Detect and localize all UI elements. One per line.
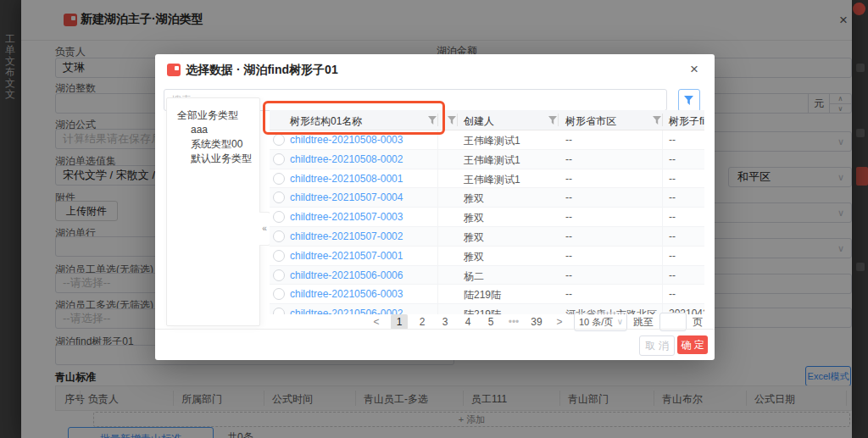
cell-name[interactable]: childtree-20210507-0003 <box>290 211 403 223</box>
funnel-icon <box>684 96 693 105</box>
cell-find: -- <box>669 288 676 300</box>
table-row: childtree-20210508-0001王伟峰测试1---- <box>270 169 704 189</box>
cell-find: -- <box>669 191 676 203</box>
cell-creator: 杨二 <box>464 269 484 284</box>
cell-name[interactable]: childtree-20210508-0003 <box>290 134 403 146</box>
chevron-down-icon: ∨ <box>617 313 623 330</box>
business-type-item[interactable]: 默认业务类型 <box>167 152 259 166</box>
column-header-region[interactable]: 树形省市区 <box>565 114 616 129</box>
cell-creator: 雅双 <box>464 250 484 264</box>
row-radio[interactable] <box>273 269 285 281</box>
cell-find: -- <box>669 269 676 281</box>
business-type-item[interactable]: aaa <box>167 123 259 137</box>
page-number-button[interactable]: 3 <box>437 314 453 330</box>
cell-find: -- <box>669 134 676 146</box>
column-header-name[interactable]: 树形结构01名称 <box>290 114 362 129</box>
prev-page-button[interactable]: < <box>368 314 385 330</box>
cell-region: -- <box>565 288 572 300</box>
funnel-icon[interactable] <box>653 116 661 125</box>
table-row: childtree-20210507-0004雅双---- <box>270 188 704 208</box>
row-radio[interactable] <box>273 191 285 203</box>
funnel-icon[interactable] <box>448 116 456 125</box>
cell-creator: 雅双 <box>464 230 484 245</box>
record-doc-icon <box>167 64 181 76</box>
filter-funnel-button[interactable] <box>678 89 700 112</box>
cell-region: -- <box>565 269 572 281</box>
cancel-button[interactable]: 取 消 <box>639 335 675 356</box>
table-row: childtree-20210507-0002雅双---- <box>270 227 704 247</box>
cell-creator: 王伟峰测试1 <box>464 153 520 168</box>
business-type-item[interactable]: 系统类型00 <box>167 137 259 152</box>
next-page-button[interactable]: > <box>551 314 568 330</box>
page-number-button[interactable]: 5 <box>482 314 499 330</box>
cell-name[interactable]: childtree-20210508-0001 <box>290 173 403 185</box>
page-ellipsis: ••• <box>505 314 522 330</box>
select-data-modal: 选择数据 · 湖泊find树形子01 × 全部业务类型aaa系统类型00默认业务… <box>155 54 715 360</box>
page-number-button[interactable]: 1 <box>391 314 408 330</box>
row-radio[interactable] <box>273 153 285 165</box>
cell-creator: 雅双 <box>464 191 484 206</box>
page-number-button[interactable]: 39 <box>528 314 545 330</box>
cell-find: -- <box>669 211 676 223</box>
funnel-icon[interactable] <box>548 116 557 125</box>
column-header-creator[interactable]: 创建人 <box>464 114 494 129</box>
table-row: childtree-20210508-0002王伟峰测试1---- <box>270 150 704 169</box>
funnel-icon[interactable] <box>428 116 437 125</box>
cell-name[interactable]: childtree-20210507-0001 <box>290 250 403 262</box>
confirm-button[interactable]: 确 定 <box>677 335 708 354</box>
cell-find: -- <box>669 250 676 262</box>
jump-suffix: 页 <box>693 315 703 330</box>
cell-region: -- <box>565 230 572 242</box>
cell-find: -- <box>669 230 676 242</box>
cell-name[interactable]: childtree-20210507-0002 <box>290 230 403 242</box>
modal-close-icon[interactable]: × <box>690 62 698 76</box>
table-row: childtree-20210506-0006杨二---- <box>270 266 704 286</box>
screen: 工单文布文文 新建湖泊主子·湖泊类型 × 负责人 艾琳 湖泊整数 湖泊公式 计算… <box>0 0 868 438</box>
cell-creator: 雅双 <box>464 211 484 225</box>
business-type-item[interactable]: 全部业务类型 <box>167 108 259 123</box>
row-radio[interactable] <box>273 134 285 146</box>
cell-region: -- <box>565 134 572 146</box>
cell-name[interactable]: childtree-20210506-0003 <box>290 288 403 300</box>
cell-name[interactable]: childtree-20210508-0002 <box>290 153 403 165</box>
page-number-button[interactable]: 2 <box>414 314 431 330</box>
row-radio[interactable] <box>273 173 285 185</box>
column-header-find[interactable]: 树形子find大 <box>669 114 704 129</box>
cell-find: -- <box>669 153 676 165</box>
cell-region: -- <box>565 173 572 185</box>
cell-creator: 王伟峰测试1 <box>464 134 520 148</box>
cell-region: -- <box>565 153 572 165</box>
row-radio[interactable] <box>273 288 285 300</box>
cell-find: -- <box>669 173 676 185</box>
cell-region: -- <box>565 191 572 203</box>
table-row: childtree-20210508-0003王伟峰测试1---- <box>270 130 704 150</box>
row-radio[interactable] <box>273 250 285 262</box>
cell-name[interactable]: childtree-20210506-0006 <box>290 269 403 281</box>
cell-region: -- <box>565 211 572 223</box>
cell-region: -- <box>565 250 572 262</box>
modal-title: 选择数据 · 湖泊find树形子01 <box>186 63 338 78</box>
business-type-panel: 全部业务类型aaa系统类型00默认业务类型 <box>166 97 260 326</box>
jump-label: 跳至 <box>633 315 654 330</box>
row-radio[interactable] <box>273 230 285 242</box>
table-header-row: 树形结构01名称 创建人 树形省市区 树形子find大 <box>270 110 704 130</box>
cell-name[interactable]: childtree-20210507-0004 <box>290 191 403 203</box>
row-radio[interactable] <box>273 211 285 223</box>
table-row: childtree-20210506-0003陆219陆---- <box>270 285 704 304</box>
table-row: childtree-20210507-0003雅双---- <box>270 208 704 227</box>
modal-footer: 取 消 确 定 <box>155 329 715 360</box>
row-radio[interactable] <box>273 308 285 314</box>
tree-data-table: 树形结构01名称 创建人 树形省市区 树形子find大 childtree-20… <box>270 110 704 314</box>
table-row: childtree-20210507-0001雅双---- <box>270 247 704 266</box>
cell-creator: 陆219陆 <box>464 288 501 302</box>
page-number-button[interactable]: 4 <box>459 314 476 330</box>
cell-creator: 王伟峰测试1 <box>464 173 520 187</box>
